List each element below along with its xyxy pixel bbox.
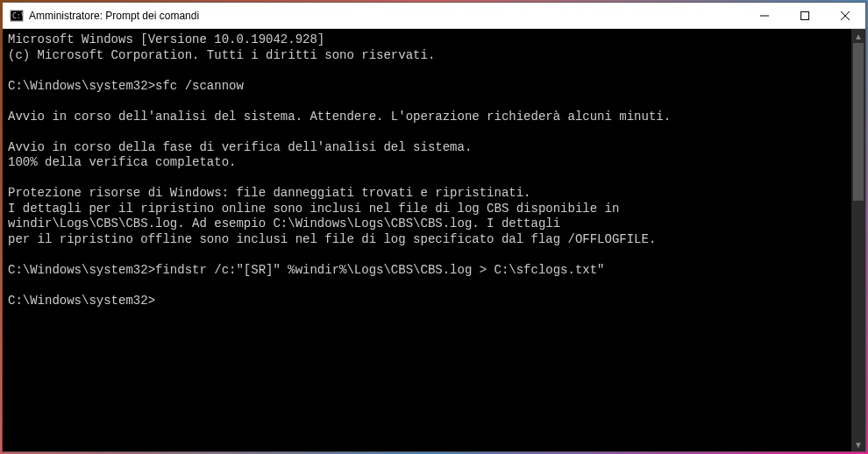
terminal-area: Microsoft Windows [Versione 10.0.19042.9…	[3, 29, 865, 451]
close-icon	[841, 11, 850, 20]
svg-text:C:\: C:\	[12, 12, 24, 20]
maximize-icon	[800, 11, 809, 20]
vertical-scrollbar[interactable]: ▲ ▼	[851, 29, 865, 451]
maximize-button[interactable]	[785, 3, 825, 28]
svg-rect-3	[801, 11, 809, 19]
title-bar[interactable]: C:\ Amministratore: Prompt dei comandi	[3, 3, 865, 29]
minimize-icon	[760, 11, 769, 20]
minimize-button[interactable]	[744, 3, 785, 28]
scroll-thumb[interactable]	[853, 43, 864, 201]
window-controls	[744, 3, 865, 28]
terminal-output[interactable]: Microsoft Windows [Versione 10.0.19042.9…	[3, 29, 851, 451]
window-title: Amministratore: Prompt dei comandi	[29, 10, 199, 22]
title-left: C:\ Amministratore: Prompt dei comandi	[10, 9, 199, 23]
scroll-up-arrow-icon[interactable]: ▲	[851, 29, 865, 43]
cmd-icon: C:\	[10, 9, 24, 23]
close-button[interactable]	[825, 3, 865, 28]
command-prompt-window: C:\ Amministratore: Prompt dei comandi	[2, 2, 866, 452]
scroll-down-arrow-icon[interactable]: ▼	[851, 437, 865, 451]
